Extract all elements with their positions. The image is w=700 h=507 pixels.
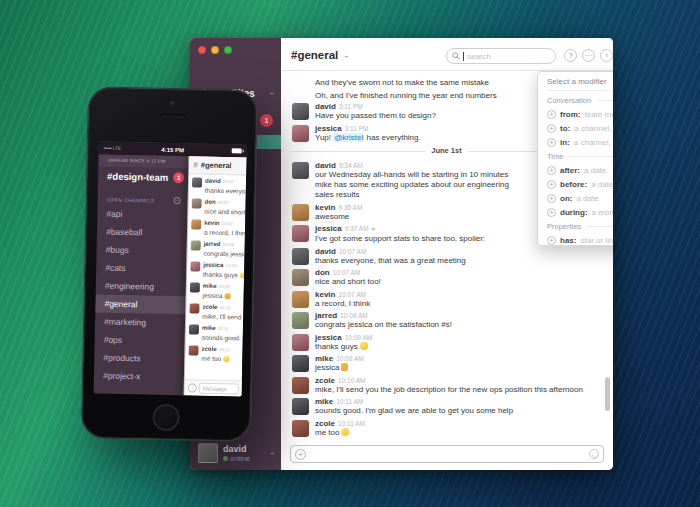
phone-chat-panel: # #general david10:07thanks everyone, th… [184, 156, 247, 396]
channel-title-menu[interactable]: #general › [291, 49, 347, 61]
message-composer[interactable]: + [290, 445, 604, 463]
chat-main: #general › search ? ⋯ ‹ And they've swor… [281, 38, 613, 470]
message-time: 10:07 AM [339, 248, 366, 255]
home-button[interactable] [152, 404, 180, 432]
message-time: 10:07 AM [338, 291, 365, 298]
chevron-down-icon: › [341, 55, 350, 58]
message-row: don10:07nice and short too! [191, 197, 245, 217]
plus-icon: + [547, 180, 556, 189]
message-time: 10:09 AM [336, 355, 363, 362]
plus-icon: + [547, 236, 556, 245]
phone-channel-baseball[interactable]: #baseball [97, 222, 187, 242]
help-button[interactable]: ? [564, 49, 577, 62]
message-author: jessica [315, 224, 342, 233]
message-author: jessica [315, 124, 342, 133]
phone-team-row[interactable]: #design-team 1 [98, 166, 188, 187]
dropdown-title: Select a modifier [547, 77, 607, 86]
modifier-on[interactable]: +on:a date [547, 191, 613, 205]
date-divider-label: June 1st [425, 146, 467, 155]
collapse-pane-button[interactable]: ‹ [600, 49, 613, 62]
smile-emoji-icon [341, 428, 349, 436]
smile-emoji-icon [360, 342, 368, 350]
phone-channel-projectx[interactable]: #project-x [94, 366, 184, 386]
more-options-button[interactable]: ⋯ [582, 49, 595, 62]
modifier-to[interactable]: +to:a channel, group or direct message [547, 121, 613, 135]
phone-channel-ops[interactable]: #ops [95, 330, 185, 350]
search-modifier-dropdown: Select a modifier Learn more Conversatio… [537, 71, 613, 246]
earpiece [159, 114, 185, 119]
upload-arrow-icon[interactable]: ↑ [188, 383, 197, 392]
modifier-before[interactable]: +before:a date [547, 177, 613, 191]
phone-channel-api[interactable]: #api [97, 204, 187, 224]
message-time: 3:11 PM [339, 103, 363, 110]
clock-label: 4:15 PM [161, 146, 184, 152]
smile-emoji-icon [240, 272, 245, 278]
avatar [190, 261, 200, 271]
close-window-button[interactable] [198, 46, 206, 54]
message-author: mike [315, 397, 333, 406]
section-conversation: Conversation [547, 93, 613, 107]
status-label: online [230, 454, 250, 463]
online-dot-icon [223, 456, 228, 461]
search-input[interactable]: search [446, 48, 556, 64]
current-user-name: david [223, 444, 250, 454]
section-properties: Properties [547, 219, 613, 233]
minimize-window-button[interactable] [211, 46, 219, 54]
attach-plus-icon[interactable]: + [295, 449, 306, 460]
message-author: david [315, 247, 336, 256]
user-mention[interactable]: @kristel [333, 133, 364, 142]
battery-icon [232, 148, 242, 153]
message-text: a record, I think [315, 299, 370, 309]
smile-emoji-icon [223, 356, 229, 362]
message-input[interactable] [306, 446, 589, 462]
message-author: zcole [315, 376, 335, 385]
phone-channel-engineering[interactable]: #engineering [96, 276, 186, 296]
modifier-during[interactable]: +during:a month or year [547, 205, 613, 219]
message-time: 10:11 AM [336, 398, 363, 405]
phone-channel-marketing[interactable]: #marketing [95, 312, 185, 332]
message-text: jessica [315, 363, 364, 373]
modifier-after[interactable]: +after:a date [547, 163, 613, 177]
modifier-has[interactable]: +has:star or link [547, 233, 613, 247]
add-channel-plus-icon[interactable]: + [174, 197, 181, 204]
unread-badge: 1 [173, 172, 184, 183]
search-placeholder: search [467, 52, 491, 61]
avatar [292, 162, 309, 179]
message-author: kevin [315, 290, 335, 299]
message-text: sales results [315, 190, 509, 200]
channel-header: #general › search ? ⋯ ‹ [281, 38, 613, 71]
message-text: our Wednesday all-hands will be starting… [315, 170, 509, 180]
chevron-up-icon[interactable]: › [268, 452, 277, 455]
phone-channel-products[interactable]: #products [94, 348, 184, 368]
message-row: kevin10:07 AM a record, I think [292, 290, 601, 309]
avatar [189, 324, 199, 334]
message-time: 9:37 AM [345, 225, 369, 232]
phone-message-input[interactable]: Message [199, 383, 239, 395]
zoom-window-button[interactable] [224, 46, 232, 54]
current-user-panel[interactable]: david online › [190, 436, 281, 470]
message-row: david10:07 AM thanks everyone, that was … [292, 247, 601, 266]
message-row: mike10:09 AM jessica [292, 354, 601, 373]
message-text: nice and short too! [315, 277, 381, 287]
message-author: mike [315, 354, 333, 363]
phone-channel-bugs[interactable]: #bugs [96, 240, 186, 260]
message-time: 9:34 AM [339, 162, 363, 169]
message-row: mike10:11 AM sounds good. I'm glad we ar… [292, 397, 601, 416]
modifier-in[interactable]: +in:a channel, group or direct message [547, 135, 613, 149]
message-row: jessica10:09thanks guys [190, 260, 244, 280]
plus-icon: + [547, 110, 556, 119]
plus-icon: + [547, 138, 556, 147]
avatar [191, 219, 201, 229]
message-row: don10:07 AM nice and short too! [292, 268, 601, 287]
modifier-from[interactable]: +from:team member [547, 107, 613, 121]
message-row: jarred10:08 AM congrats jessica on the s… [292, 311, 601, 330]
section-time: Time [547, 149, 613, 163]
phone-composer: ↑ Message [185, 379, 242, 396]
phone-channel-title: #general [201, 161, 232, 171]
emoji-picker-icon[interactable] [589, 449, 599, 459]
scrollbar-thumb[interactable] [605, 377, 610, 411]
avatar [292, 377, 309, 394]
chevron-down-icon: › [267, 92, 276, 95]
phone-channel-cats[interactable]: #cats [96, 258, 186, 278]
phone-channel-general[interactable]: #general [95, 294, 185, 314]
